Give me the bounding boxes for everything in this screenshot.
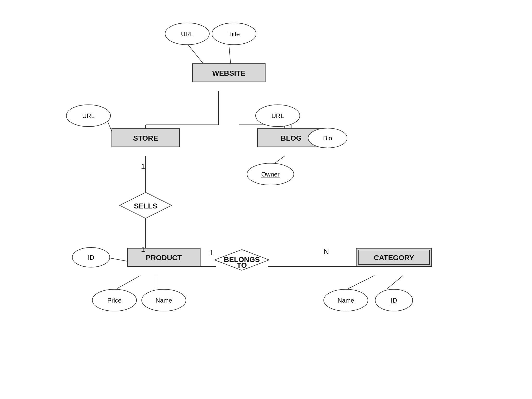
entity-category-label: CATEGORY: [374, 254, 414, 262]
svg-line-18: [348, 276, 374, 289]
card-sells-product: 1: [141, 245, 145, 253]
entity-blog-label: BLOG: [281, 134, 302, 142]
attr-url3-label: URL: [271, 112, 284, 119]
card-belongsto-category: N: [324, 248, 329, 256]
attr-name1-label: Name: [155, 297, 172, 304]
card-store-sells: 1: [141, 162, 145, 171]
entity-product-label: PRODUCT: [146, 254, 182, 262]
attr-price-label: Price: [107, 297, 122, 304]
svg-line-16: [117, 276, 140, 289]
attr-url2-label: URL: [82, 112, 95, 119]
attr-owner-label: Owner: [261, 171, 280, 178]
relationship-belongsto-label2: TO: [237, 261, 247, 269]
relationship-sells-label: SELLS: [134, 202, 157, 210]
attr-id1-label: ID: [88, 254, 94, 261]
attr-title-label: Title: [228, 30, 240, 37]
card-product-belongsto: 1: [209, 249, 213, 257]
attr-bio-label: Bio: [323, 135, 332, 142]
er-diagram: WEBSITE STORE BLOG PRODUCT CATEGORY URL …: [0, 0, 532, 399]
svg-line-19: [387, 276, 403, 289]
attr-id2-label: ID: [391, 297, 397, 304]
entity-store-label: STORE: [133, 134, 158, 142]
attr-name2-label: Name: [338, 297, 354, 304]
attr-url1-label: URL: [181, 30, 193, 37]
entity-website-label: WEBSITE: [212, 69, 245, 77]
